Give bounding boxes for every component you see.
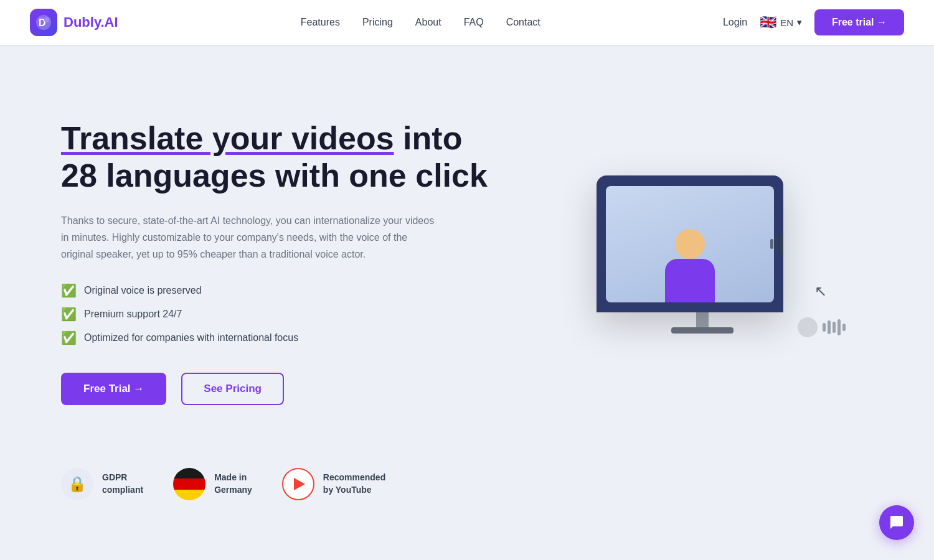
badge-gdpr: 🔒 GDPR compliant [61, 468, 143, 500]
nav-features[interactable]: Features [301, 17, 340, 27]
person-figure [665, 229, 715, 302]
nav-pricing[interactable]: Pricing [362, 17, 393, 27]
secondary-circle [798, 317, 818, 337]
check-icon-3: ✅ [61, 330, 77, 345]
nav-contact[interactable]: Contact [506, 17, 540, 27]
hero-description: Thanks to secure, state-of-the-art AI te… [61, 212, 435, 263]
badge-youtube: Recommended by YouTube [282, 468, 385, 500]
check-icon-1: ✅ [61, 283, 77, 298]
nav-about[interactable]: About [415, 17, 441, 27]
flag-icon: 🇬🇧 [760, 14, 776, 30]
chevron-down-icon: ▾ [797, 17, 802, 28]
cta-buttons: Free Trial → See Pricing [61, 373, 497, 405]
nav-faq[interactable]: FAQ [464, 17, 484, 27]
logo-icon: D [30, 9, 57, 36]
badge-germany: Made in Germany [173, 468, 252, 500]
language-selector[interactable]: 🇬🇧 EN ▾ [760, 14, 802, 30]
monitor-base [671, 327, 734, 334]
see-pricing-button[interactable]: See Pricing [181, 373, 284, 405]
trust-badges: 🔒 GDPR compliant Made in Germany Recomme… [31, 468, 903, 538]
cursor-icon: ↖ [814, 282, 827, 300]
chat-button[interactable] [879, 505, 914, 540]
youtube-icon [282, 468, 314, 500]
badge-youtube-text: Recommended by YouTube [323, 472, 385, 496]
badge-gdpr-text: GDPR compliant [102, 472, 143, 496]
badge-germany-text: Made in Germany [214, 472, 252, 496]
brand-name: Dubly.AI [64, 14, 118, 30]
person-head [675, 229, 705, 259]
hero-content: Translate your videos into28 languages w… [61, 120, 497, 404]
hero-illustration: ↖ [532, 175, 873, 350]
person-body [665, 259, 715, 302]
monitor [597, 175, 783, 312]
svg-point-2 [44, 17, 49, 22]
hero-section: Translate your videos into28 languages w… [31, 45, 903, 468]
navbar: D Dubly.AI Features Pricing About FAQ Co… [0, 0, 934, 45]
feature-label-1: Original voice is preserved [84, 285, 202, 296]
feature-list: ✅ Original voice is preserved ✅ Premium … [61, 283, 497, 345]
hero-title: Translate your videos into28 languages w… [61, 120, 497, 195]
feature-item-2: ✅ Premium support 24/7 [61, 307, 497, 322]
login-link[interactable]: Login [723, 17, 747, 28]
germany-flag-icon [173, 468, 205, 500]
feature-label-2: Premium support 24/7 [84, 309, 182, 320]
feature-item-3: ✅ Optimized for companies with internati… [61, 330, 497, 345]
language-label: EN [780, 17, 793, 28]
feature-label-3: Optimized for companies with internation… [84, 332, 298, 343]
check-icon-2: ✅ [61, 307, 77, 322]
logo-link[interactable]: D Dubly.AI [30, 9, 118, 36]
waveform [770, 231, 783, 256]
secondary-bars [823, 319, 846, 335]
nav-links: Features Pricing About FAQ Contact [301, 17, 540, 28]
free-trial-cta-button[interactable]: Free Trial → [61, 373, 166, 405]
gdpr-icon: 🔒 [61, 468, 93, 500]
hero-title-underline: Translate your videos [61, 120, 394, 156]
monitor-stand [696, 312, 709, 327]
monitor-container: ↖ [597, 175, 808, 350]
secondary-widget [798, 317, 846, 337]
free-trial-button[interactable]: Free trial → [814, 9, 904, 35]
feature-item-1: ✅ Original voice is preserved [61, 283, 497, 298]
monitor-screen [606, 186, 774, 302]
navbar-right: Login 🇬🇧 EN ▾ Free trial → [723, 9, 904, 35]
